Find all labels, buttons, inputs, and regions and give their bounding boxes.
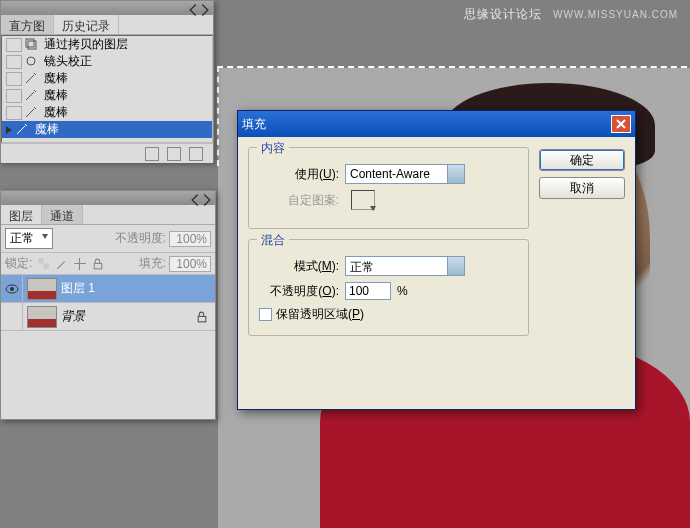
history-item-label: 魔棒 <box>35 121 59 138</box>
blend-mode-select[interactable]: 正常 <box>5 228 53 249</box>
use-select[interactable]: Content-Aware <box>345 164 465 184</box>
lock-all-icon[interactable] <box>91 257 104 270</box>
preserve-checkbox[interactable] <box>259 308 272 321</box>
history-item[interactable]: 魔棒 <box>2 70 212 87</box>
history-item-label: 魔棒 <box>44 87 68 104</box>
history-item[interactable]: 魔棒 <box>2 87 212 104</box>
use-label: 使用(U): <box>259 166 339 183</box>
history-toggle[interactable] <box>6 38 22 52</box>
layers-options-row: 正常 不透明度: 100% <box>1 225 215 253</box>
pattern-swatch[interactable] <box>351 190 375 210</box>
opacity-value[interactable]: 100% <box>169 231 211 247</box>
wand-icon <box>24 71 40 87</box>
opacity-unit: % <box>397 284 408 298</box>
layers-list: 图层 1 背景 <box>1 275 215 331</box>
opacity-label: 不透明度: <box>115 230 166 247</box>
svg-rect-1 <box>28 41 36 49</box>
history-list: 通过拷贝的图层 镜头校正 魔棒 魔棒 魔棒 魔棒 <box>1 35 213 143</box>
group-title-blend: 混合 <box>257 232 289 249</box>
collapse-right-icon[interactable] <box>198 3 208 13</box>
history-item-label: 魔棒 <box>44 104 68 121</box>
group-title-content: 内容 <box>257 140 289 157</box>
svg-rect-8 <box>198 316 206 321</box>
dialog-titlebar[interactable]: 填充 <box>238 111 635 137</box>
fill-value[interactable]: 100% <box>169 256 211 272</box>
wand-icon <box>15 122 31 138</box>
preserve-transparency-row[interactable]: 保留透明区域(P) <box>259 306 518 323</box>
history-item-selected[interactable]: 魔棒 <box>2 121 212 138</box>
cancel-button[interactable]: 取消 <box>539 177 625 199</box>
history-item-label: 通过拷贝的图层 <box>44 36 128 53</box>
history-footer <box>1 143 213 163</box>
watermark-url: WWW.MISSYUAN.COM <box>553 9 678 20</box>
lock-label: 锁定: <box>5 255 32 272</box>
current-marker-icon <box>6 126 12 134</box>
tab-channels[interactable]: 通道 <box>42 205 83 224</box>
blend-group: 混合 模式(M): 正常 不透明度(O): % 保留透明区域(P) <box>248 239 529 336</box>
dialog-left: 内容 使用(U): Content-Aware 自定图案: 混合 模式(M): … <box>248 147 529 346</box>
visibility-toggle[interactable] <box>1 275 23 303</box>
history-panel: 直方图 历史记录 通过拷贝的图层 镜头校正 魔棒 魔棒 魔棒 <box>0 0 214 162</box>
layer-row[interactable]: 图层 1 <box>1 275 215 303</box>
wand-icon <box>24 105 40 121</box>
tab-history[interactable]: 历史记录 <box>54 15 119 34</box>
history-tabs: 直方图 历史记录 <box>1 15 213 35</box>
wand-icon <box>24 88 40 104</box>
selection-marquee-left <box>217 66 219 166</box>
dialog-buttons: 确定 取消 <box>539 147 625 346</box>
opacity-label: 不透明度(O): <box>259 283 339 300</box>
selection-marquee-top <box>217 66 687 68</box>
history-item[interactable]: 镜头校正 <box>2 53 212 70</box>
svg-point-2 <box>27 57 35 65</box>
watermark: 思缘设计论坛 WWW.MISSYUAN.COM <box>464 6 678 23</box>
panel-header[interactable] <box>1 1 213 15</box>
dialog-title: 填充 <box>242 116 266 133</box>
lock-transparency-icon[interactable] <box>37 257 50 270</box>
history-item-label: 魔棒 <box>44 70 68 87</box>
collapse-left-icon[interactable] <box>188 193 198 203</box>
history-toggle[interactable] <box>6 55 22 69</box>
svg-point-7 <box>10 287 14 291</box>
layer-thumbnail[interactable] <box>27 306 57 328</box>
preserve-label: 保留透明区域(P) <box>276 306 364 323</box>
lock-icon <box>195 310 209 324</box>
history-item-label: 镜头校正 <box>44 53 92 70</box>
mode-select[interactable]: 正常 <box>345 256 465 276</box>
history-item[interactable]: 通过拷贝的图层 <box>2 36 212 53</box>
tab-layers[interactable]: 图层 <box>1 205 42 224</box>
history-item[interactable]: 魔棒 <box>2 104 212 121</box>
history-toggle[interactable] <box>6 106 22 120</box>
collapse-left-icon[interactable] <box>186 3 196 13</box>
collapse-right-icon[interactable] <box>200 193 210 203</box>
lens-icon <box>24 54 40 70</box>
new-state-icon[interactable] <box>167 147 181 161</box>
opacity-input[interactable] <box>345 282 391 300</box>
mode-label: 模式(M): <box>259 258 339 275</box>
fill-label: 填充: <box>139 255 166 272</box>
copy-layer-icon <box>24 37 40 53</box>
trash-icon[interactable] <box>189 147 203 161</box>
visibility-toggle[interactable] <box>1 303 23 331</box>
svg-rect-5 <box>95 263 103 268</box>
svg-rect-0 <box>26 39 34 47</box>
layer-name[interactable]: 背景 <box>61 308 195 325</box>
history-toggle[interactable] <box>6 72 22 86</box>
snapshot-icon[interactable] <box>145 147 159 161</box>
ok-button[interactable]: 确定 <box>539 149 625 171</box>
fill-dialog: 填充 内容 使用(U): Content-Aware 自定图案: 混合 模式( <box>237 110 636 410</box>
lock-position-icon[interactable] <box>73 257 86 270</box>
layers-panel: 图层 通道 正常 不透明度: 100% 锁定: 填充: 100% 图层 1 背景 <box>0 190 216 420</box>
lock-row: 锁定: 填充: 100% <box>1 253 215 275</box>
svg-rect-3 <box>38 258 43 263</box>
close-button[interactable] <box>611 115 631 133</box>
lock-pixels-icon[interactable] <box>55 257 68 270</box>
tab-histogram[interactable]: 直方图 <box>1 15 54 34</box>
panel-header[interactable] <box>1 191 215 205</box>
layers-tabs: 图层 通道 <box>1 205 215 225</box>
dialog-body: 内容 使用(U): Content-Aware 自定图案: 混合 模式(M): … <box>238 137 635 356</box>
layer-thumbnail[interactable] <box>27 278 57 300</box>
layer-name[interactable]: 图层 1 <box>61 280 215 297</box>
layer-row[interactable]: 背景 <box>1 303 215 331</box>
content-group: 内容 使用(U): Content-Aware 自定图案: <box>248 147 529 229</box>
history-toggle[interactable] <box>6 89 22 103</box>
